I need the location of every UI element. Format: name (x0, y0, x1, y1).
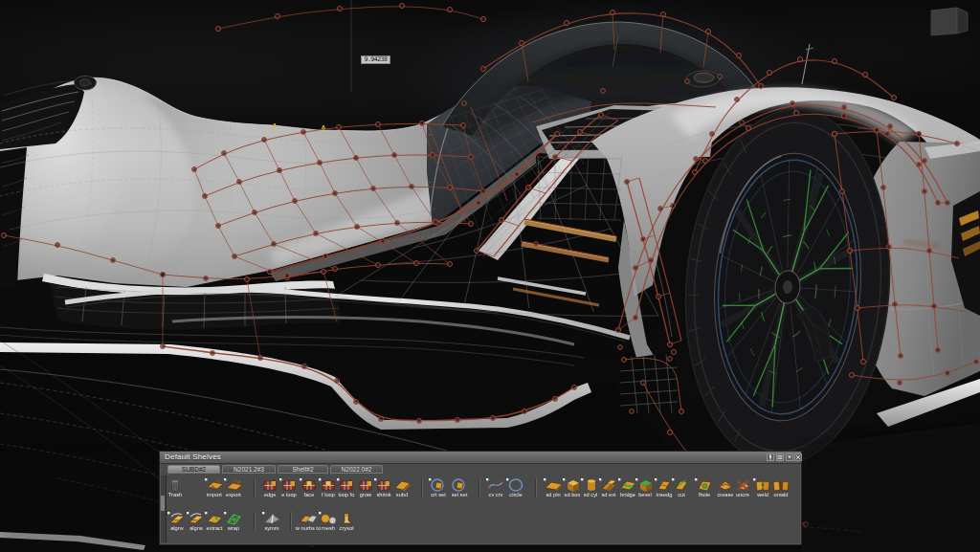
subd-control-cage-circle (794, 111, 799, 116)
subd-control-cage-circle (641, 381, 646, 386)
shelf-grid-button[interactable] (776, 453, 784, 461)
pin-icon (768, 454, 773, 460)
shelf-rect (635, 478, 637, 480)
shelf-circle (702, 484, 707, 489)
shelf-tool-sel-set[interactable]: sel set (442, 477, 477, 497)
shelf-rect (544, 478, 546, 480)
shelf-tab-n2021-2-3[interactable]: N2021.2#3 (222, 465, 276, 474)
shelf-rect (187, 512, 189, 514)
subd-control-cage-circle (885, 132, 890, 137)
subd-control-cage-circle (887, 245, 892, 250)
subd-control-cage-circle (622, 358, 627, 363)
subd-control-cage-circle (354, 156, 359, 161)
subd-control-cage-circle (848, 249, 853, 254)
subd-control-cage-circle (381, 239, 386, 244)
subd-control-cage-circle (376, 122, 381, 127)
shelf-tool-label: subd (386, 492, 417, 497)
subd-control-cage-circle (203, 194, 208, 199)
shelf-tool-subd[interactable]: subd (385, 477, 419, 497)
subd-control-cage-circle (262, 138, 267, 143)
subd-control-cage-circle (668, 357, 673, 362)
shelf-tool-export[interactable]: export (216, 477, 251, 497)
subd-control-cage-circle (420, 121, 425, 126)
shelf-tool-unwld[interactable]: unwld (764, 477, 798, 497)
shelf-tool-label: Trash (159, 492, 190, 497)
shelf-rect (374, 478, 376, 480)
subd-control-cage-circle (395, 221, 400, 226)
shelf-tab-label: Shelf#2 (292, 466, 313, 473)
shelf-tab-shelf-2[interactable]: Shelf#2 (278, 465, 328, 474)
subd-control-cage-circle (685, 79, 690, 84)
subd-control-cage-circle (842, 114, 847, 119)
shelf-tool-circle[interactable]: circle (499, 477, 533, 497)
subd-control-cage-circle (833, 59, 837, 64)
subd-control-cage-circle (293, 199, 298, 204)
shelf-path (756, 481, 763, 491)
subd-control-cage-circle (222, 151, 227, 156)
shelf-rect (300, 478, 301, 480)
shelf-svg (768, 454, 773, 460)
subd-control-cage-circle (735, 98, 740, 102)
subd-control-cage-circle (936, 348, 941, 353)
subd-control-cage-circle (216, 27, 221, 32)
subd-control-cage-circle (333, 267, 338, 272)
shelf-path (782, 481, 789, 491)
subd-control-cage-circle (791, 101, 795, 106)
subd-control-cage-circle (693, 170, 698, 175)
subd-control-cage-circle (657, 295, 661, 299)
subd-control-cage-circle (434, 220, 438, 225)
shelf-tool-wrap[interactable]: wrap (216, 511, 251, 531)
subd-control-cage-circle (534, 242, 539, 247)
default-shelves-panel: Default Shelves SUBD#2N2021.2#3Shelf#2N2… (159, 451, 802, 545)
shelf-close-button[interactable] (794, 453, 802, 461)
subd-control-cage-circle (448, 262, 453, 267)
shelf-pin-button[interactable] (767, 453, 774, 461)
subd-control-cage-circle (2, 233, 7, 238)
subd-control-cage-circle (850, 373, 855, 378)
subd-control-cage-circle (863, 73, 868, 77)
subd-control-cage-circle (625, 180, 630, 185)
subd-control-cage-circle (481, 67, 486, 72)
subd-control-cage-circle (376, 263, 381, 268)
shelf-tab-subd-2[interactable]: SUBD#2 (167, 465, 220, 474)
rosette-left-inner (80, 79, 91, 86)
shelf-path (778, 455, 783, 458)
subd-control-cage-circle (641, 237, 646, 242)
grid-icon (777, 454, 783, 460)
close-icon (795, 454, 801, 460)
shelf-rect (262, 512, 264, 514)
subd-control-cage-circle (710, 132, 715, 137)
shelf-titlebar[interactable]: Default Shelves (160, 452, 801, 464)
shelf-tool-trash[interactable]: Trash (158, 477, 192, 497)
subd-control-cage-circle (204, 276, 209, 281)
shelf-tab-n2022-0-2[interactable]: N2022.0#2 (330, 465, 383, 474)
shelf-rect (599, 478, 601, 480)
subd-control-cage-circle (301, 130, 306, 135)
shelf-rect (695, 478, 697, 480)
subd-control-cage-circle (272, 242, 277, 247)
subd-control-cage-circle (768, 71, 772, 76)
subd-control-cage-circle (491, 416, 496, 421)
subd-control-cage-circle (658, 207, 663, 211)
shelf-rect (205, 478, 207, 480)
shelf-rect (319, 512, 321, 514)
subd-control-cage-circle (448, 186, 453, 190)
subd-control-cage-circle (630, 409, 635, 414)
shelf-tool-label: export (217, 492, 249, 497)
subd-control-cage-circle (335, 379, 340, 384)
shelf-svg (787, 454, 792, 460)
shelf-collapse-button[interactable] (786, 453, 793, 461)
shelf-tool-symm[interactable]: symm (255, 511, 289, 531)
subd-control-cage-circle (936, 201, 941, 206)
subd-control-cage-circle (668, 342, 673, 347)
subd-control-cage-circle (881, 186, 886, 190)
subd-control-cage-circle (718, 75, 723, 79)
subd-control-cage-circle (431, 153, 435, 158)
subd-control-cage-circle (477, 201, 481, 206)
subd-control-cage-circle (268, 270, 273, 275)
shelf-rect (672, 478, 674, 480)
subd-control-cage-circle (618, 345, 623, 350)
shelf-tool-crysol[interactable]: crysol (329, 511, 364, 531)
view-cube[interactable] (931, 8, 968, 35)
shelf-path (457, 482, 463, 489)
